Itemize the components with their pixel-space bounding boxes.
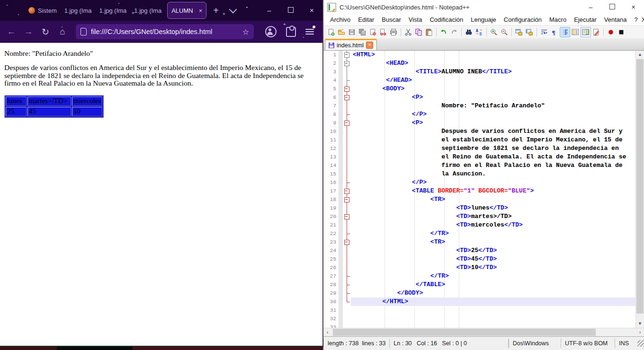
- code-line-22[interactable]: 22 </TR>: [323, 229, 635, 238]
- save-all-icon[interactable]: [357, 27, 367, 37]
- zoom-in-icon[interactable]: [489, 27, 499, 37]
- menu-ejecutar[interactable]: Ejecutar: [570, 16, 600, 23]
- code-line-30[interactable]: 30 </HTML>: [323, 298, 635, 306]
- page-info-icon[interactable]: [80, 28, 87, 35]
- status-encoding[interactable]: UTF-8 w/o BOM: [561, 339, 615, 348]
- fold-marker-box[interactable]: [343, 195, 351, 204]
- code-line-7[interactable]: 7 Nombre: "Petifacio Arandelo": [323, 102, 635, 110]
- doc-tab-indes[interactable]: indes.html ×: [325, 39, 377, 50]
- bookmark-margin[interactable]: [339, 212, 343, 221]
- bookmark-margin[interactable]: [339, 315, 343, 323]
- vertical-scrollbar[interactable]: ▲ ▼: [635, 51, 644, 328]
- url-text[interactable]: file:///C:/Users/GNet/Desktop/indes.html: [91, 28, 238, 35]
- browser-tab-2[interactable]: 1.jpg (Ima: [61, 2, 96, 18]
- code-line-32[interactable]: 32: [323, 315, 635, 323]
- code-line-13[interactable]: 13 el Reino de Guatemala. El acta de Ind…: [323, 153, 635, 161]
- code-line-17[interactable]: 17 <TABLE BORDER="1" BGCOLOR="BLUE">: [323, 187, 635, 195]
- code-line-23[interactable]: 23 <TR>: [323, 238, 635, 246]
- bookmark-margin[interactable]: [339, 323, 343, 328]
- browser-close-button[interactable]: ×: [301, 0, 322, 21]
- bookmark-margin[interactable]: [339, 187, 343, 195]
- code-line-14[interactable]: 14 firmo en el Real Palacio en la Nueva …: [323, 161, 635, 170]
- cut-icon[interactable]: [403, 27, 413, 37]
- replace-icon[interactable]: AB: [474, 27, 484, 37]
- address-bar[interactable]: file:///C:/Users/GNet/Desktop/indes.html…: [76, 24, 254, 39]
- doc-tab-close-icon[interactable]: ×: [366, 42, 373, 49]
- bookmark-margin[interactable]: [339, 238, 343, 246]
- bookmark-margin[interactable]: [339, 298, 343, 306]
- close-all-icon[interactable]: [378, 27, 388, 37]
- bookmark-margin[interactable]: [339, 221, 343, 229]
- find-icon[interactable]: [464, 27, 474, 37]
- fold-marker-box[interactable]: [343, 187, 351, 195]
- bookmark-margin[interactable]: [339, 161, 343, 170]
- resize-grip[interactable]: [637, 340, 644, 347]
- menu-archivo[interactable]: Archivo: [326, 16, 354, 23]
- code-line-2[interactable]: 2 <HEAD>: [323, 59, 635, 68]
- bookmark-star-icon[interactable]: ☆: [242, 27, 249, 36]
- menubar-close-x[interactable]: X: [642, 16, 644, 23]
- sync-scroll-v-icon[interactable]: [514, 27, 524, 37]
- bookmark-margin[interactable]: [339, 255, 343, 263]
- code-line-4[interactable]: 4 </HEAD>: [323, 76, 635, 85]
- bookmark-margin[interactable]: [339, 59, 343, 68]
- bookmark-margin[interactable]: [339, 204, 343, 212]
- code-line-31[interactable]: 31: [323, 306, 635, 315]
- bookmark-margin[interactable]: [339, 306, 343, 315]
- code-line-5[interactable]: 5 <BODY>: [323, 85, 635, 93]
- code-line-27[interactable]: 27 </TR>: [323, 272, 635, 280]
- fold-marker-box[interactable]: [343, 51, 351, 59]
- code-line-11[interactable]: 11 el establecimiento del Imperio Mexica…: [323, 136, 635, 144]
- browser-tab-4[interactable]: 1.jpg (Ima: [130, 2, 165, 18]
- npp-maximize-button[interactable]: [601, 3, 623, 11]
- code-line-1[interactable]: 1<HTML>: [323, 51, 635, 59]
- back-button[interactable]: ←: [3, 26, 20, 37]
- bookmark-margin[interactable]: [339, 93, 343, 102]
- home-button[interactable]: ⌂: [54, 26, 71, 37]
- bookmark-margin[interactable]: [339, 76, 343, 85]
- hscroll-thumb[interactable]: [333, 329, 596, 336]
- code-line-10[interactable]: 10 Despues de varios conflictos en Ameri…: [323, 127, 635, 136]
- bookmark-margin[interactable]: [339, 246, 343, 255]
- menu-vista[interactable]: Vista: [405, 16, 426, 23]
- menu-buscar[interactable]: Buscar: [378, 16, 404, 23]
- code-line-19[interactable]: 19 <TD>lunes</TD>: [323, 204, 635, 212]
- browser-minimize-button[interactable]: –: [259, 0, 280, 21]
- npp-close-button[interactable]: ×: [623, 3, 644, 11]
- horizontal-scrollbar[interactable]: ‹ ›: [323, 328, 644, 336]
- bookmark-margin[interactable]: [339, 144, 343, 153]
- code-line-28[interactable]: 28 </TABLE>: [323, 280, 635, 289]
- record-macro-icon[interactable]: [606, 27, 616, 37]
- bookmark-margin[interactable]: [339, 195, 343, 204]
- code-line-26[interactable]: 26 <TD>10</TD>: [323, 263, 635, 272]
- bookmark-margin[interactable]: [339, 68, 343, 76]
- vscroll-thumb[interactable]: [636, 59, 644, 314]
- menu-codificacin[interactable]: Codificación: [426, 16, 467, 23]
- code-line-3[interactable]: 3 <TITLE>ALUMNO INEB</TITLE>: [323, 68, 635, 76]
- fold-marker-box[interactable]: [343, 85, 351, 93]
- paste-icon[interactable]: [424, 27, 434, 37]
- undo-icon[interactable]: [438, 27, 449, 37]
- reload-button[interactable]: ↻: [37, 26, 54, 37]
- bookmark-margin[interactable]: [339, 289, 343, 298]
- code-line-21[interactable]: 21 <TD>miercoles</TD>: [323, 221, 635, 229]
- new-tab-button[interactable]: +: [208, 1, 224, 20]
- code-line-33[interactable]: 33: [323, 323, 635, 328]
- word-wrap-icon[interactable]: [539, 27, 549, 37]
- doc-map-icon[interactable]: [581, 27, 591, 37]
- new-file-icon[interactable]: [326, 27, 336, 37]
- forward-button[interactable]: →: [20, 26, 37, 37]
- code-line-9[interactable]: 9 <P>: [323, 119, 635, 127]
- fold-marker-box[interactable]: [343, 238, 351, 246]
- bookmark-margin[interactable]: [339, 127, 343, 136]
- menu-editar[interactable]: Editar: [354, 16, 378, 23]
- browser-tab-3[interactable]: 1.jpg (Ima: [96, 2, 131, 18]
- fold-marker-box[interactable]: [343, 93, 351, 102]
- bookmark-margin[interactable]: [339, 136, 343, 144]
- tab-overflow-chevron-icon[interactable]: [229, 6, 237, 14]
- fold-marker-box[interactable]: [343, 119, 351, 127]
- code-line-8[interactable]: 8 </P>: [323, 110, 635, 119]
- bookmark-margin[interactable]: [339, 153, 343, 161]
- indent-guide-icon[interactable]: [560, 27, 570, 37]
- code-line-20[interactable]: 20 <TD>martes>/TD>: [323, 212, 635, 221]
